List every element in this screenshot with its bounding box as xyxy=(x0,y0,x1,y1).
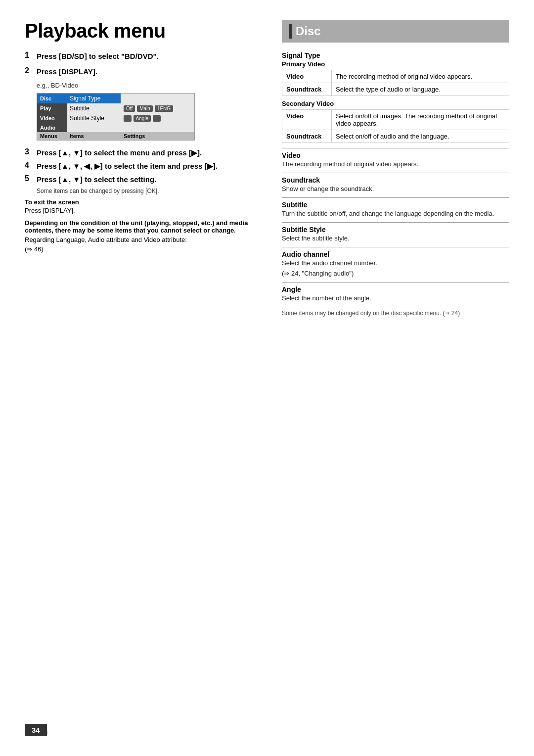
primary-video-label-1: Soundtrack xyxy=(282,83,332,96)
osd-settings-signal xyxy=(121,94,194,103)
video-section: Video The recording method of original v… xyxy=(282,151,509,168)
exit-screen-block: To exit the screen Press [DISPLAY]. xyxy=(25,198,262,214)
osd-item-subtitle-style: Subtitle Style xyxy=(67,113,121,123)
subtitle-style-heading: Subtitle Style xyxy=(282,226,509,234)
osd-row-play: Play Subtitle Off Main 1ENG xyxy=(37,103,194,113)
divider-audio-channel xyxy=(282,247,509,247)
osd-settings-subtitle-style: – Angle – xyxy=(121,113,194,123)
step-4: 4 Press [▲, ▼, ◀, ▶] to select the item … xyxy=(25,161,262,171)
subtitle-heading: Subtitle xyxy=(282,201,509,209)
soundtrack-body: Show or change the soundtrack. xyxy=(282,185,509,192)
divider-angle xyxy=(282,282,509,283)
osd-item-signal: Signal Type xyxy=(67,94,121,103)
exit-screen-label: To exit the screen xyxy=(25,198,262,206)
osd-label-settings: Settings xyxy=(121,132,194,140)
page-number: 34 xyxy=(25,724,47,736)
osd-btn-main: Main xyxy=(137,105,153,112)
osd-row-audio: Audio xyxy=(37,123,194,132)
osd-menu-disc: Disc xyxy=(37,94,67,103)
osd-settings-audio xyxy=(121,123,194,132)
signal-type-section: Signal Type Primary Video Video The reco… xyxy=(282,51,509,143)
osd-btn-angle: Angle xyxy=(134,115,151,122)
note-label: Regarding Language, Audio attribute and … xyxy=(25,236,262,243)
step-5: 5 Press [▲, ▼] to select the setting. xyxy=(25,174,262,185)
osd-row-video: Video Subtitle Style – Angle – xyxy=(37,113,194,123)
step-3-text: Press [▲, ▼] to select the menu and pres… xyxy=(37,147,202,158)
osd-label-items: Items xyxy=(67,132,121,140)
osd-menu-play: Play xyxy=(37,103,67,113)
warning-text: Depending on the condition of the unit (… xyxy=(25,219,262,234)
page-number-area: VQT2W18 34 xyxy=(25,730,48,736)
page-title: Playback menu xyxy=(25,20,262,42)
video-heading: Video xyxy=(282,151,509,159)
osd-row-disc: Disc Signal Type xyxy=(37,94,194,103)
osd-labels-row: Menus Items Settings xyxy=(37,132,194,140)
osd-diagram: Disc Signal Type Play Subtitle Off Main … xyxy=(37,93,195,141)
audio-channel-ref: (⇒ 24, "Changing audio") xyxy=(282,270,509,277)
primary-video-desc-1: Select the type of audio or language. xyxy=(332,83,509,96)
audio-channel-heading: Audio channel xyxy=(282,250,509,258)
disc-bar-icon xyxy=(289,24,292,39)
audio-channel-section: Audio channel Select the audio channel n… xyxy=(282,250,509,277)
step-4-number: 4 xyxy=(25,161,34,170)
primary-video-heading: Primary Video xyxy=(282,60,509,68)
primary-video-label-0: Video xyxy=(282,70,332,83)
osd-btn-1eng: 1ENG xyxy=(155,105,173,112)
step-5-number: 5 xyxy=(25,174,34,183)
warning-block: Depending on the condition of the unit (… xyxy=(25,219,262,253)
divider-subtitle xyxy=(282,197,509,198)
primary-video-table: Video The recording method of original v… xyxy=(282,70,509,96)
note-ref: (⇒ 46) xyxy=(25,245,262,253)
secondary-video-row-0: Video Select on/off of images. The recor… xyxy=(282,110,509,130)
angle-body: Select the number of the angle. xyxy=(282,294,509,302)
osd-item-audio xyxy=(67,123,121,132)
subtitle-section: Subtitle Turn the subtitle on/off, and c… xyxy=(282,201,509,217)
disc-header: Disc xyxy=(282,20,509,43)
disc-title: Disc xyxy=(296,24,321,38)
subtitle-style-section: Subtitle Style Select the subtitle style… xyxy=(282,226,509,242)
primary-video-row-0: Video The recording method of original v… xyxy=(282,70,509,83)
secondary-video-desc-0: Select on/off of images. The recording m… xyxy=(332,110,509,130)
step-1-number: 1 xyxy=(25,51,34,60)
divider-soundtrack xyxy=(282,173,509,173)
step-4-text: Press [▲, ▼, ◀, ▶] to select the item an… xyxy=(37,161,218,171)
secondary-video-row-1: Soundtrack Select on/off of audio and th… xyxy=(282,130,509,143)
left-column: Playback menu 1 Press [BD/SD] to select … xyxy=(25,20,262,317)
primary-video-row-1: Soundtrack Select the type of audio or l… xyxy=(282,83,509,96)
osd-menu-audio: Audio xyxy=(37,123,67,132)
secondary-video-table: Video Select on/off of images. The recor… xyxy=(282,109,509,143)
divider-video xyxy=(282,148,509,148)
osd-item-subtitle: Subtitle xyxy=(67,103,121,113)
step-5-text: Press [▲, ▼] to select the setting. xyxy=(37,174,156,185)
video-body: The recording method of original video a… xyxy=(282,160,509,168)
step-2-note: e.g., BD-Video xyxy=(37,82,262,89)
step-2-number: 2 xyxy=(25,66,34,75)
subtitle-body: Turn the subtitle on/off, and change the… xyxy=(282,210,509,217)
subtitle-style-body: Select the subtitle style. xyxy=(282,235,509,242)
osd-btn-dash1: – xyxy=(124,115,132,122)
soundtrack-section: Soundtrack Show or change the soundtrack… xyxy=(282,176,509,192)
secondary-video-label-0: Video xyxy=(282,110,332,130)
step-2: 2 Press [DISPLAY]. xyxy=(25,66,262,77)
osd-label-menus: Menus xyxy=(37,132,67,140)
step-2-text: Press [DISPLAY]. xyxy=(37,66,97,77)
secondary-video-desc-1: Select on/off of audio and the language. xyxy=(332,130,509,143)
step-5-note: Some items can be changed by pressing [O… xyxy=(37,188,262,194)
osd-btn-off: Off xyxy=(124,105,135,112)
audio-channel-body: Select the audio channel number. xyxy=(282,259,509,267)
step-3: 3 Press [▲, ▼] to select the menu and pr… xyxy=(25,147,262,158)
divider-subtitle-style xyxy=(282,222,509,223)
angle-heading: Angle xyxy=(282,285,509,293)
osd-menu-video: Video xyxy=(37,113,67,123)
osd-subtitle-settings: Off Main 1ENG xyxy=(124,105,191,112)
osd-table: Disc Signal Type Play Subtitle Off Main … xyxy=(37,94,194,140)
secondary-video-heading: Secondary Video xyxy=(282,100,509,107)
step-1: 1 Press [BD/SD] to select "BD/DVD". xyxy=(25,51,262,61)
osd-btn-dash2: – xyxy=(153,115,161,122)
step-1-text: Press [BD/SD] to select "BD/DVD". xyxy=(37,51,159,61)
signal-type-heading: Signal Type xyxy=(282,51,509,59)
footnote: Some items may be changed only on the di… xyxy=(282,310,509,317)
osd-settings-subtitle: Off Main 1ENG xyxy=(121,103,194,113)
exit-screen-text: Press [DISPLAY]. xyxy=(25,207,262,214)
primary-video-desc-0: The recording method of original video a… xyxy=(332,70,509,83)
